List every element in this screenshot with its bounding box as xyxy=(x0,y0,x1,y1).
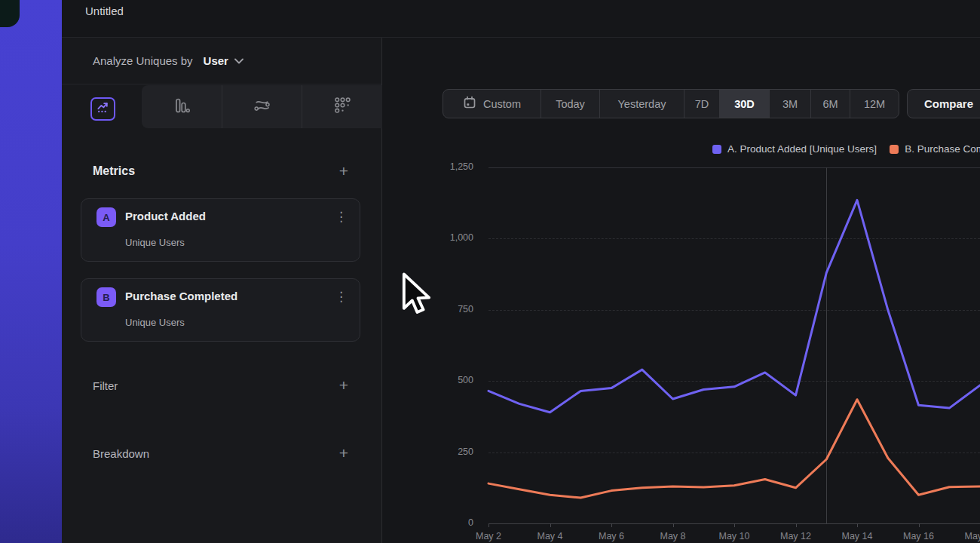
y-axis-label: 500 xyxy=(428,375,473,385)
range-label: 12M xyxy=(864,98,885,110)
x-tick xyxy=(734,523,735,527)
x-axis-label: May 8 xyxy=(651,531,696,541)
corner-shape xyxy=(0,0,20,27)
retention-dots-icon xyxy=(334,97,351,117)
range-label: Custom xyxy=(483,98,521,110)
legend-swatch xyxy=(712,145,721,154)
kebab-menu-icon[interactable]: ⋮ xyxy=(335,289,348,305)
range-button-7d[interactable]: 7D xyxy=(684,90,719,118)
chart-legend: A. Product Added [Unique Users]B. Purcha… xyxy=(712,143,980,155)
y-axis-label: 0 xyxy=(428,517,473,528)
kebab-menu-icon[interactable]: ⋮ xyxy=(335,209,348,225)
y-axis-label: 1,000 xyxy=(428,232,473,243)
tab-retention[interactable] xyxy=(302,85,382,128)
chevron-down-icon[interactable] xyxy=(234,58,243,64)
x-axis-label: May 10 xyxy=(712,531,757,541)
x-axis-label: May 4 xyxy=(528,531,573,541)
y-axis-label: 1,250 xyxy=(428,161,473,172)
series-lines xyxy=(488,167,980,523)
range-button-custom[interactable]: Custom xyxy=(443,90,541,118)
legend-swatch xyxy=(890,145,899,154)
analyze-row: Analyze Uniques by User xyxy=(62,38,381,84)
range-label: 3M xyxy=(782,98,798,110)
x-tick xyxy=(550,523,551,527)
metric-name: Purchase Completed xyxy=(125,290,237,302)
breakdown-title: Breakdown xyxy=(93,447,149,460)
range-label: 6M xyxy=(822,98,838,110)
flows-icon xyxy=(253,97,271,117)
metric-card-b[interactable]: B Purchase Completed Unique Users ⋮ xyxy=(81,278,360,342)
filter-title: Filter xyxy=(93,379,118,392)
legend-label: B. Purchase Completed [Unique Users] xyxy=(905,143,980,155)
main-area: Custom Today Yesterday 7D 30D 3M 6M 12M … xyxy=(382,38,980,543)
insights-line-chart-icon xyxy=(96,101,109,117)
report-title[interactable]: Untitled xyxy=(85,5,124,17)
range-label: 30D xyxy=(734,98,755,110)
tab-flows[interactable] xyxy=(222,85,302,128)
range-button-6m[interactable]: 6M xyxy=(810,90,850,118)
x-tick xyxy=(919,523,920,527)
y-axis-label: 750 xyxy=(428,304,473,314)
topbar: Untitled xyxy=(62,0,980,38)
range-button-today[interactable]: Today xyxy=(541,90,599,118)
add-filter-button[interactable]: + xyxy=(339,378,348,393)
series-line-b xyxy=(488,400,980,498)
y-axis-label: 250 xyxy=(428,446,473,457)
x-axis-label: May 12 xyxy=(773,531,819,541)
range-label: 7D xyxy=(695,98,709,110)
metrics-title: Metrics xyxy=(93,164,135,178)
metric-subtitle[interactable]: Unique Users xyxy=(125,317,185,328)
filter-section: Filter + xyxy=(93,376,348,395)
analyze-value-dropdown[interactable]: User xyxy=(204,54,228,67)
date-range-segmented: Custom Today Yesterday 7D 30D 3M 6M 12M xyxy=(443,89,899,118)
sidebar: Analyze Uniques by User xyxy=(62,38,382,543)
x-axis-label: May 16 xyxy=(896,531,942,541)
metric-badge-b: B xyxy=(96,287,116,307)
metrics-header: Metrics + xyxy=(93,161,348,181)
legend-label: A. Product Added [Unique Users] xyxy=(727,143,877,155)
analyze-label: Analyze Uniques by xyxy=(93,54,193,67)
tab-bar-chart[interactable] xyxy=(142,85,222,128)
x-axis-label: May 6 xyxy=(589,531,634,541)
add-metric-button[interactable]: + xyxy=(339,164,348,179)
metric-card-a[interactable]: A Product Added Unique Users ⋮ xyxy=(81,198,360,262)
x-tick xyxy=(488,523,489,527)
range-button-3m[interactable]: 3M xyxy=(769,90,810,118)
legend-item[interactable]: A. Product Added [Unique Users] xyxy=(712,143,877,155)
x-tick xyxy=(611,523,612,527)
x-tick xyxy=(673,523,674,527)
x-axis-label: May 14 xyxy=(835,531,880,541)
metric-name: Product Added xyxy=(125,210,206,222)
plot-area[interactable]: 02505007501,0001,250May 2May 4May 6May 8… xyxy=(488,167,980,523)
range-label: Today xyxy=(556,98,585,110)
range-label: Yesterday xyxy=(618,98,666,110)
x-tick xyxy=(857,523,858,527)
breakdown-section: Breakdown + xyxy=(93,443,348,463)
metric-subtitle[interactable]: Unique Users xyxy=(125,237,185,248)
metric-badge-a: A xyxy=(96,207,116,227)
tab-insights[interactable] xyxy=(90,97,115,121)
x-axis-label: May 2 xyxy=(466,531,511,541)
calendar-icon xyxy=(463,96,476,112)
add-breakdown-button[interactable]: + xyxy=(339,446,348,461)
range-button-12m[interactable]: 12M xyxy=(850,90,899,118)
series-line-a xyxy=(488,200,980,412)
chart-type-tabs xyxy=(142,85,382,128)
compare-button[interactable]: Compare xyxy=(907,89,980,118)
x-tick xyxy=(796,523,797,527)
cursor-arrow-icon xyxy=(400,272,432,321)
accent-strip xyxy=(0,0,62,543)
range-button-yesterday[interactable]: Yesterday xyxy=(599,90,684,118)
x-axis-label: May 18 xyxy=(957,531,980,541)
bar-chart-icon xyxy=(173,97,190,117)
legend-item[interactable]: B. Purchase Completed [Unique Users] xyxy=(890,143,980,155)
range-button-30d[interactable]: 30D xyxy=(719,90,769,118)
